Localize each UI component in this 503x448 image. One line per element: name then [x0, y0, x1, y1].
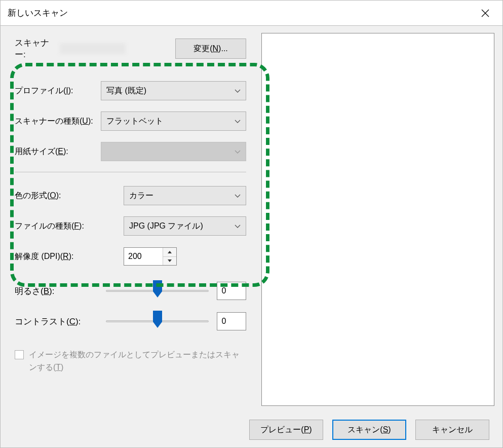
close-button[interactable]	[475, 3, 495, 23]
spinner-up-button[interactable]	[163, 248, 176, 257]
chevron-down-icon	[235, 147, 241, 156]
svg-marker-2	[168, 251, 172, 253]
contrast-value[interactable]: 0	[217, 312, 246, 330]
resolution-input[interactable]	[124, 248, 163, 265]
file-type-combo[interactable]: JPG (JPG ファイル)	[124, 216, 246, 236]
scan-button[interactable]: スキャン(S)	[332, 420, 406, 440]
scanner-label: スキャナー:	[15, 37, 58, 60]
slider-thumb[interactable]	[153, 311, 162, 330]
paper-size-label: 用紙サイズ(E):	[15, 146, 101, 157]
cancel-button[interactable]: キャンセル	[415, 420, 489, 440]
preview-button[interactable]: プレビュー(P)	[249, 420, 323, 440]
preview-panel	[256, 26, 502, 413]
divider	[15, 172, 246, 172]
svg-marker-5	[153, 311, 162, 328]
scanner-type-combo[interactable]: フラットベット	[101, 111, 246, 131]
paper-size-combo	[101, 142, 246, 161]
brightness-label: 明るさ(B):	[15, 285, 106, 297]
profile-combo[interactable]: 写真 (既定)	[101, 81, 246, 100]
chevron-down-icon	[235, 117, 241, 126]
file-type-label: ファイルの種類(F):	[15, 221, 124, 232]
svg-marker-3	[168, 259, 172, 262]
svg-marker-4	[153, 280, 162, 297]
close-icon	[481, 9, 489, 17]
settings-panel: スキャナー: 変更(N)... プロファイル(I): 写真 (既定) スキャナー…	[1, 26, 256, 413]
chevron-down-icon	[235, 86, 241, 95]
titlebar: 新しいスキャン	[1, 1, 502, 26]
window-title: 新しいスキャン	[8, 7, 475, 19]
scanner-name-redacted	[60, 43, 126, 54]
chevron-down-icon	[235, 191, 241, 200]
multipage-label: イメージを複数のファイルとしてプレビューまたはスキャンする(T)	[29, 349, 246, 374]
brightness-slider[interactable]	[106, 283, 209, 298]
color-format-label: 色の形式(O):	[15, 191, 124, 201]
scan-dialog: 新しいスキャン スキャナー: 変更(N)... プロファイル(I): 写真 (既…	[0, 0, 503, 448]
button-bar: プレビュー(P) スキャン(S) キャンセル	[1, 412, 502, 447]
change-scanner-button[interactable]: 変更(N)...	[175, 39, 246, 59]
profile-label: プロファイル(I):	[15, 86, 101, 96]
slider-thumb[interactable]	[153, 280, 162, 300]
color-format-combo[interactable]: カラー	[124, 186, 246, 205]
multipage-checkbox	[15, 350, 24, 359]
contrast-slider[interactable]	[106, 314, 209, 329]
resolution-label: 解像度 (DPI)(R):	[15, 251, 124, 262]
contrast-label: コントラスト(C):	[15, 316, 106, 327]
brightness-value[interactable]: 0	[217, 282, 246, 300]
chevron-down-icon	[235, 221, 241, 231]
resolution-spinner[interactable]	[124, 247, 177, 266]
scanner-type-label: スキャナーの種類(U):	[15, 116, 101, 127]
spinner-down-button[interactable]	[163, 257, 176, 266]
preview-area	[261, 33, 494, 406]
